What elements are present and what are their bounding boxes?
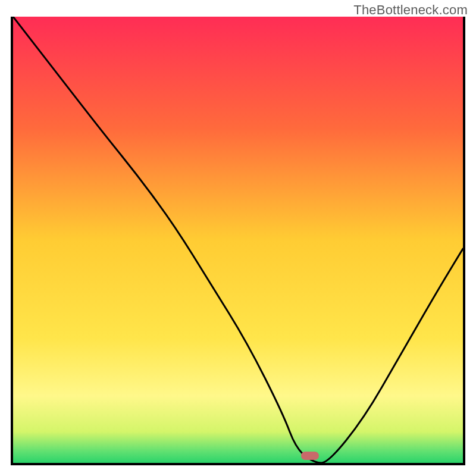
bottleneck-curve (13, 17, 463, 463)
plot-area (11, 17, 465, 465)
curve-line (13, 17, 463, 463)
optimal-marker (301, 452, 319, 460)
watermark-text: TheBottleneck.com (353, 2, 468, 18)
chart-container: TheBottleneck.com (0, 0, 476, 476)
